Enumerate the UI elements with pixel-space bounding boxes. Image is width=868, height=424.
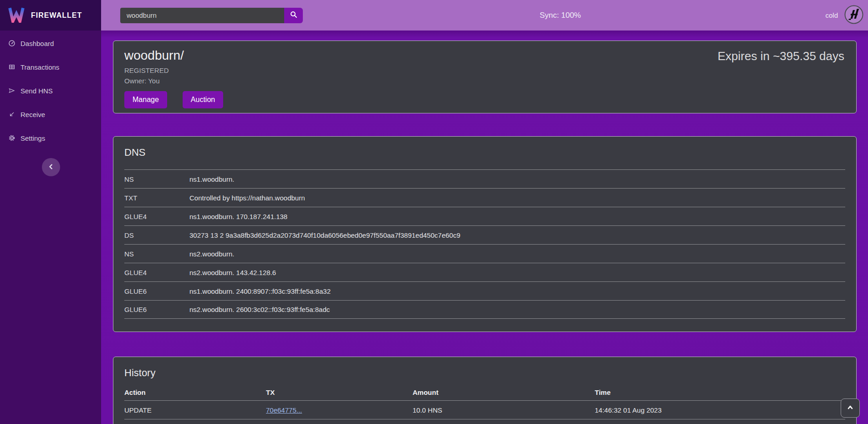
sidebar-nav: Dashboard Transactions Send HNS Receive … <box>0 31 101 150</box>
transactions-icon <box>8 63 15 71</box>
dns-record-value: ns1.woodburn. 2400:8907::f03c:93ff:fe5a:… <box>189 287 331 295</box>
dns-record-type: TXT <box>124 194 189 202</box>
send-icon <box>8 87 15 94</box>
search-input[interactable] <box>120 8 284 23</box>
domain-status: REGISTERED <box>124 66 845 74</box>
domain-card: woodburn/ REGISTERED Owner: You Expires … <box>113 41 857 113</box>
chevron-left-icon <box>48 163 54 171</box>
history-row: UPDATE 70e64775... 10.0 HNS 14:46:32 01 … <box>124 401 845 419</box>
sidebar-item-dashboard[interactable]: Dashboard <box>0 31 101 55</box>
dns-record-type: GLUE6 <box>124 287 189 295</box>
firewallet-logo-icon <box>7 6 26 25</box>
dns-record-value: ns2.woodburn. 2600:3c02::f03c:93ff:fe5a:… <box>189 306 330 313</box>
handshake-logo-icon[interactable] <box>844 5 863 26</box>
sidebar-item-send-hns[interactable]: Send HNS <box>0 79 101 102</box>
sidebar-item-receive[interactable]: Receive <box>0 102 101 126</box>
receive-icon <box>8 111 15 118</box>
dns-record-value: ns2.woodburn. <box>189 250 234 258</box>
history-card: History Action TX Amount Time UPDATE 70e… <box>113 357 857 424</box>
dns-record-row: GLUE6 ns2.woodburn. 2600:3c02::f03c:93ff… <box>124 300 845 319</box>
sidebar-item-transactions[interactable]: Transactions <box>0 55 101 79</box>
dns-record-row: GLUE4 ns1.woodburn. 170.187.241.138 <box>124 207 845 225</box>
history-column-time: Time <box>595 388 845 396</box>
dns-record-value: ns1.woodburn. 170.187.241.138 <box>189 213 287 220</box>
gear-icon <box>8 134 15 142</box>
history-column-tx: TX <box>266 388 413 396</box>
sidebar-item-label: Dashboard <box>20 40 54 47</box>
dns-record-row: DS 30273 13 2 9a3a8fb3d625d2a2073d740f10… <box>124 225 845 244</box>
history-header-row: Action TX Amount Time <box>124 384 845 401</box>
sidebar-item-label: Send HNS <box>20 87 53 95</box>
domain-owner: Owner: You <box>124 77 845 85</box>
sidebar-item-settings[interactable]: Settings <box>0 126 101 150</box>
search-button[interactable] <box>284 8 303 23</box>
dns-record-row: TXT Controlled by https://nathan.woodbur… <box>124 188 845 207</box>
dns-record-value: Controlled by https://nathan.woodburn <box>189 194 305 202</box>
dns-record-row: GLUE6 ns1.woodburn. 2400:8907::f03c:93ff… <box>124 281 845 300</box>
history-time: 14:46:32 01 Aug 2023 <box>595 406 845 414</box>
domain-expiry: Expires in ~395.35 days <box>718 49 844 63</box>
dns-record-type: GLUE6 <box>124 306 189 313</box>
dns-record-value: 30273 13 2 9a3a8fb3d625d2a2073d740f10da6… <box>189 231 460 239</box>
sidebar-collapse-button[interactable] <box>42 158 60 176</box>
wallet-zone: cold <box>825 0 863 31</box>
history-column-action: Action <box>124 388 266 396</box>
manage-button[interactable]: Manage <box>124 91 167 108</box>
dns-record-type: NS <box>124 250 189 258</box>
dns-table: NS ns1.woodburn. TXT Controlled by https… <box>124 169 845 319</box>
top-header-bar: Sync: 100% cold <box>101 0 868 31</box>
app-brand-name: FIREWALLET <box>31 11 82 20</box>
history-amount: 10.0 HNS <box>413 406 595 414</box>
tx-link[interactable]: 70e64775... <box>266 406 302 414</box>
history-row: RENEW d78c5c4... 10.0 HNS 15:45:06 07 Fe… <box>124 419 845 424</box>
scroll-to-top-button[interactable] <box>841 398 860 418</box>
dns-record-value: ns1.woodburn. <box>189 175 234 183</box>
dns-record-type: DS <box>124 231 189 239</box>
search-group <box>120 8 303 23</box>
history-card-title: History <box>124 366 845 380</box>
dns-record-type: GLUE4 <box>124 269 189 276</box>
dashboard-icon <box>8 40 15 47</box>
sidebar: FIREWALLET Dashboard Transactions Send H… <box>0 0 101 424</box>
sidebar-item-label: Settings <box>20 134 45 142</box>
dns-record-value: ns2.woodburn. 143.42.128.6 <box>189 269 276 276</box>
auction-button[interactable]: Auction <box>183 91 223 108</box>
dns-record-row: GLUE4 ns2.woodburn. 143.42.128.6 <box>124 263 845 281</box>
history-column-amount: Amount <box>413 388 595 396</box>
main-content: woodburn/ REGISTERED Owner: You Expires … <box>101 31 868 424</box>
app-logo-block[interactable]: FIREWALLET <box>0 0 101 31</box>
dns-card-title: DNS <box>124 146 845 159</box>
chevron-up-icon <box>847 404 854 413</box>
sidebar-item-label: Transactions <box>20 63 59 71</box>
dns-record-row: NS ns1.woodburn. <box>124 169 845 188</box>
dns-record-type: NS <box>124 175 189 183</box>
history-action: UPDATE <box>124 406 266 414</box>
domain-actions: Manage Auction <box>124 91 845 108</box>
history-table: Action TX Amount Time UPDATE 70e64775...… <box>124 384 845 424</box>
wallet-mode-label: cold <box>825 11 838 19</box>
dns-card: DNS NS ns1.woodburn. TXT Controlled by h… <box>113 136 857 332</box>
sidebar-item-label: Receive <box>20 111 45 118</box>
sync-status: Sync: 100% <box>540 0 581 31</box>
dns-record-row: NS ns2.woodburn. <box>124 244 845 263</box>
search-icon <box>290 10 298 20</box>
dns-record-type: GLUE4 <box>124 213 189 220</box>
